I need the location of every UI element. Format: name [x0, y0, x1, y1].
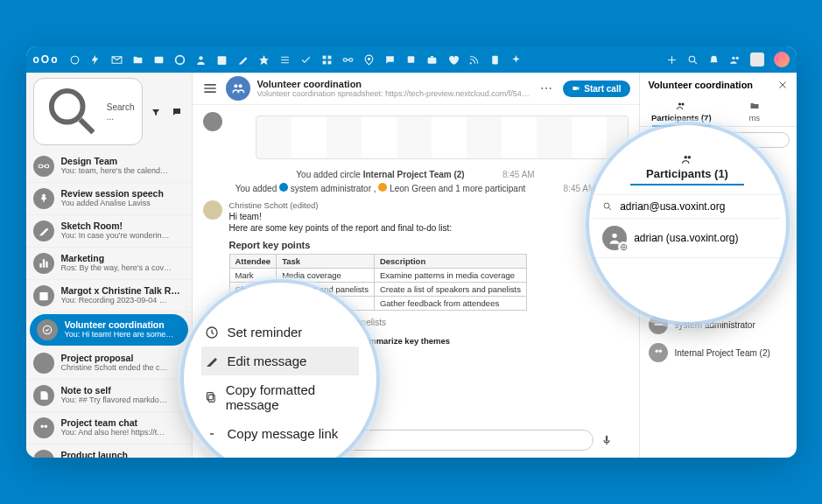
svg-rect-37 [208, 395, 214, 402]
tab-participants[interactable]: Participants (7) [645, 97, 719, 126]
talk-icon[interactable] [174, 54, 186, 66]
conversation-row[interactable]: Note to selfYou: ## Try flavored markdo… [26, 380, 192, 412]
clipboard-icon[interactable] [489, 54, 501, 66]
conversation-row[interactable]: Design TeamYou: team, here's the calend… [26, 150, 192, 183]
close-icon[interactable] [777, 80, 788, 90]
lens-search-input[interactable]: adrian@usa.voxint.org [594, 194, 781, 219]
admin-icon [652, 318, 664, 331]
star-icon[interactable] [258, 54, 270, 66]
svg-rect-9 [343, 58, 347, 60]
conversation-title: Volunteer coordination [257, 79, 530, 89]
globe-badge [618, 242, 629, 252]
copy-icon [205, 390, 217, 404]
svg-rect-6 [327, 55, 331, 59]
microphone-icon[interactable] [601, 434, 613, 446]
svg-point-27 [234, 84, 237, 88]
app-logo[interactable]: oOo [33, 53, 60, 66]
svg-rect-4 [217, 56, 226, 65]
conversation-row-active[interactable]: Volunteer coordinationYou: Hi team! Here… [30, 314, 188, 346]
menu-copy-formatted[interactable]: Copy formatted message [201, 375, 359, 419]
svg-point-24 [40, 425, 44, 429]
calendar-icon[interactable] [216, 54, 228, 66]
dashboard-icon[interactable] [69, 54, 81, 66]
conversation-row[interactable]: Review session speechYou added Analise L… [26, 183, 192, 215]
note-icon [38, 389, 50, 402]
transport-icon[interactable] [405, 54, 417, 66]
svg-point-41 [604, 203, 609, 208]
report-title: Report key points [229, 240, 629, 250]
svg-rect-21 [45, 165, 49, 169]
conversation-row[interactable]: Product launchYou: by_mathilde_langevin … [26, 444, 192, 458]
chat-icon[interactable] [384, 54, 396, 66]
lens-participants-title: Participants (1) [646, 153, 728, 180]
files-icon[interactable] [132, 54, 144, 66]
participant-row[interactable]: Internal Project Team (2) [643, 339, 793, 367]
svg-rect-13 [427, 57, 436, 63]
group-icon [681, 153, 693, 165]
sidebar: Search ... Design TeamYou: team, here's … [26, 73, 193, 458]
heart-icon[interactable] [447, 54, 459, 66]
current-user-avatar[interactable] [774, 52, 790, 67]
briefcase-icon[interactable] [426, 54, 438, 66]
embedded-chart [256, 116, 629, 159]
new-conversation-button[interactable] [169, 104, 185, 120]
user-menu[interactable] [750, 52, 764, 66]
menu-copy-link[interactable]: Copy message link [201, 419, 359, 448]
more-menu-button[interactable]: ⋯ [537, 81, 556, 95]
svg-point-0 [71, 56, 79, 64]
group-icon [652, 346, 664, 359]
author-avatar [203, 200, 222, 220]
magnify-icon [602, 201, 613, 212]
menu-set-reminder[interactable]: Set reminder [201, 318, 359, 346]
check-icon[interactable] [300, 54, 312, 66]
magnify-icon [41, 80, 103, 143]
svg-rect-30 [605, 436, 607, 442]
avatar [203, 112, 222, 131]
menu-icon[interactable] [201, 80, 219, 97]
people-icon[interactable] [729, 54, 741, 66]
sparkle-icon[interactable] [510, 54, 522, 66]
magnifier-participants: Participants (1) adrian@usa.voxint.org a… [589, 125, 786, 322]
pencil-icon [205, 354, 219, 368]
location-icon[interactable] [363, 54, 375, 66]
search-input[interactable]: Search ... [33, 78, 143, 145]
grid-icon[interactable] [321, 54, 333, 66]
fragment-text: panelists [352, 318, 629, 327]
search-top-icon[interactable] [687, 54, 699, 66]
chart-icon [38, 257, 50, 270]
start-call-button[interactable]: Start call [563, 80, 629, 97]
conversation-row[interactable]: Project proposalChristine Schott ended t… [26, 347, 192, 380]
svg-rect-15 [492, 55, 498, 64]
link-icon[interactable] [342, 54, 354, 66]
tab-other[interactable]: ms [718, 97, 791, 126]
list-icon[interactable] [279, 54, 291, 66]
notes-icon[interactable] [237, 54, 249, 66]
conversation-row[interactable]: Project team chatYou: And also here! htt… [26, 412, 192, 444]
conversation-row[interactable]: Sketch Room!You: In case you're wonderin… [26, 215, 192, 248]
svg-point-14 [469, 62, 471, 64]
conversation-row[interactable]: Margot x Christine Talk Roo…You: Recordi… [26, 280, 192, 312]
svg-rect-1 [154, 56, 163, 63]
svg-point-18 [735, 56, 738, 59]
svg-point-31 [678, 103, 681, 106]
bolt-icon[interactable] [90, 54, 102, 66]
video-icon [572, 84, 580, 93]
add-icon[interactable] [666, 54, 678, 66]
svg-point-32 [682, 103, 685, 106]
folder-icon [749, 101, 760, 111]
contacts-icon[interactable] [195, 54, 207, 66]
message-line: Here are some key points of the report a… [229, 223, 629, 233]
chat-header: Volunteer coordination Volunteer coordin… [193, 73, 639, 105]
mail-icon[interactable] [111, 54, 123, 66]
group-icon [38, 422, 50, 434]
svg-point-35 [658, 350, 662, 354]
lens-search-result[interactable]: adrian (usa.voxint.org) [594, 219, 781, 258]
menu-edit-message[interactable]: Edit message [201, 346, 359, 375]
rss-icon[interactable] [468, 54, 480, 66]
bell-icon[interactable] [708, 54, 720, 66]
photos-icon[interactable] [153, 54, 165, 66]
svg-point-40 [688, 156, 692, 159]
filter-button[interactable] [148, 104, 164, 120]
topbar: oOo [26, 46, 797, 73]
conversation-row[interactable]: MarketingRos: By the way, here's a cov… [26, 248, 192, 280]
